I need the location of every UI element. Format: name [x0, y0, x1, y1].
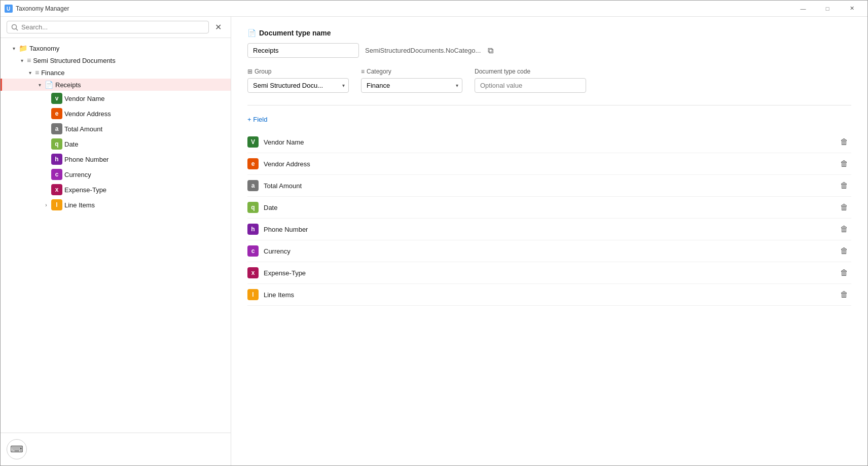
field-badge: e	[51, 108, 62, 119]
delete-vendor-address-button[interactable]: 🗑	[837, 158, 851, 169]
chevron-right-icon: ›	[43, 202, 49, 208]
field-row-left: V Vendor Name	[247, 136, 304, 148]
sidebar-item-total-amount[interactable]: a Total Amount	[1, 121, 231, 136]
search-input-wrap[interactable]	[7, 21, 209, 33]
table-row: x Expense-Type 🗑	[247, 262, 851, 284]
delete-total-amount-button[interactable]: 🗑	[837, 180, 851, 191]
sidebar-item-vendor-address[interactable]: e Vendor Address	[1, 106, 231, 121]
sidebar: ✕ ▾ 📁 Taxonomy ▾ ≡ Semi Structured Docum…	[1, 17, 231, 465]
chevron-down-icon: ▾	[37, 82, 43, 88]
sidebar-item-taxonomy[interactable]: ▾ 📁 Taxonomy	[1, 42, 231, 54]
doc-type-name-label: Document type name	[259, 29, 331, 37]
title-bar-controls: — □ ✕	[791, 1, 863, 16]
search-bar: ✕	[1, 17, 231, 38]
field-badge: V	[247, 136, 259, 148]
delete-date-button[interactable]: 🗑	[837, 202, 851, 213]
field-badge: c	[247, 245, 259, 257]
sidebar-item-label: Semi Structured Documents	[33, 57, 116, 64]
doc-icon: 📄	[45, 81, 53, 89]
sidebar-item-label: Finance	[41, 69, 64, 77]
app-window: U Taxonomy Manager — □ ✕ ✕	[0, 0, 868, 466]
field-badge: h	[247, 224, 259, 235]
category-field: ≡ Category Finance ▾	[361, 68, 462, 93]
main-layout: ✕ ▾ 📁 Taxonomy ▾ ≡ Semi Structured Docum…	[1, 17, 867, 465]
sidebar-item-label: Date	[64, 140, 78, 148]
title-bar: U Taxonomy Manager — □ ✕	[1, 1, 867, 17]
sidebar-item-label: Line Items	[64, 201, 95, 209]
group-label: ⊞ Group	[247, 68, 349, 75]
search-input[interactable]	[21, 23, 204, 31]
field-badge: e	[247, 158, 259, 169]
close-search-button[interactable]: ✕	[212, 21, 225, 33]
table-row: h Phone Number 🗑	[247, 219, 851, 240]
minimize-button[interactable]: —	[791, 1, 815, 16]
field-row-left: l Line Items	[247, 289, 294, 300]
sidebar-item-label: Receipts	[55, 81, 81, 89]
sidebar-item-phone-number[interactable]: h Phone Number	[1, 152, 231, 167]
field-badge: a	[247, 180, 259, 191]
delete-expense-type-button[interactable]: 🗑	[837, 267, 851, 278]
list-icon: ≡	[361, 68, 365, 75]
sidebar-item-vendor-name[interactable]: v Vendor Name	[1, 91, 231, 106]
delete-phone-number-button[interactable]: 🗑	[837, 224, 851, 235]
group-field: ⊞ Group Semi Structured Docu... ▾	[247, 68, 349, 93]
doc-icon: 📄	[247, 29, 256, 37]
group-select[interactable]: Semi Structured Docu...	[247, 78, 349, 93]
sidebar-item-finance[interactable]: ▾ ≡ Finance	[1, 66, 231, 79]
sidebar-item-label: Expense-Type	[64, 186, 106, 194]
field-badge: a	[51, 123, 62, 134]
field-name-label: Total Amount	[264, 182, 302, 190]
field-badge: l	[51, 199, 62, 210]
section-title: 📄 Document type name	[247, 29, 851, 37]
table-row: V Vendor Name 🗑	[247, 131, 851, 153]
sidebar-item-currency[interactable]: c Currency	[1, 167, 231, 182]
delete-currency-button[interactable]: 🗑	[837, 245, 851, 257]
keyboard-button[interactable]: ⌨	[7, 439, 27, 459]
field-badge: c	[51, 169, 62, 180]
sidebar-item-receipts[interactable]: ▾ 📄 Receipts	[1, 79, 231, 91]
sidebar-item-label: Taxonomy	[29, 45, 59, 52]
sidebar-item-semi-structured[interactable]: ▾ ≡ Semi Structured Documents	[1, 54, 231, 66]
field-row-left: e Vendor Address	[247, 158, 310, 169]
sidebar-item-date[interactable]: q Date	[1, 136, 231, 152]
form-row: ⊞ Group Semi Structured Docu... ▾ ≡ Cate…	[247, 68, 851, 93]
sidebar-item-label: Currency	[64, 171, 91, 178]
field-name-label: Date	[264, 204, 277, 211]
delete-line-items-button[interactable]: 🗑	[837, 289, 851, 300]
doc-name-input[interactable]	[247, 43, 359, 58]
field-list: V Vendor Name 🗑 e Vendor Address 🗑	[247, 131, 851, 306]
sidebar-item-line-items[interactable]: › l Line Items	[1, 197, 231, 212]
table-row: l Line Items 🗑	[247, 284, 851, 306]
field-row-left: a Total Amount	[247, 180, 302, 191]
sidebar-item-expense-type[interactable]: x Expense-Type	[1, 182, 231, 197]
svg-point-2	[12, 24, 17, 29]
add-field-button[interactable]: + Field	[247, 116, 851, 131]
search-icon	[11, 24, 18, 31]
field-name-label: Phone Number	[264, 226, 308, 233]
list-icon: ≡	[27, 56, 31, 64]
window-title: Taxonomy Manager	[16, 5, 69, 12]
field-badge: h	[51, 154, 62, 165]
maximize-button[interactable]: □	[816, 1, 839, 16]
table-row: c Currency 🗑	[247, 240, 851, 262]
doc-type-code-input[interactable]	[475, 78, 586, 93]
tree-area: ▾ 📁 Taxonomy ▾ ≡ Semi Structured Documen…	[1, 38, 231, 433]
field-row-left: h Phone Number	[247, 224, 308, 235]
sidebar-item-label: Vendor Address	[64, 110, 111, 118]
sidebar-item-label: Total Amount	[64, 125, 102, 133]
sidebar-item-label: Vendor Name	[64, 95, 105, 102]
list-icon: ≡	[35, 68, 39, 77]
category-select[interactable]: Finance	[361, 78, 462, 93]
table-row: q Date 🗑	[247, 197, 851, 219]
delete-vendor-name-button[interactable]: 🗑	[837, 136, 851, 148]
close-button[interactable]: ✕	[840, 1, 863, 16]
doc-name-row: SemiStructuredDocuments.NoCatego... ⧉	[247, 43, 851, 58]
field-badge: v	[51, 93, 62, 104]
grid-icon: ⊞	[247, 68, 252, 75]
table-row: a Total Amount 🗑	[247, 175, 851, 197]
field-name-label: Currency	[264, 247, 291, 255]
chevron-down-icon: ▾	[19, 58, 25, 63]
field-badge: q	[51, 138, 62, 150]
field-row-left: x Expense-Type	[247, 267, 306, 278]
copy-button[interactable]: ⧉	[487, 45, 494, 56]
